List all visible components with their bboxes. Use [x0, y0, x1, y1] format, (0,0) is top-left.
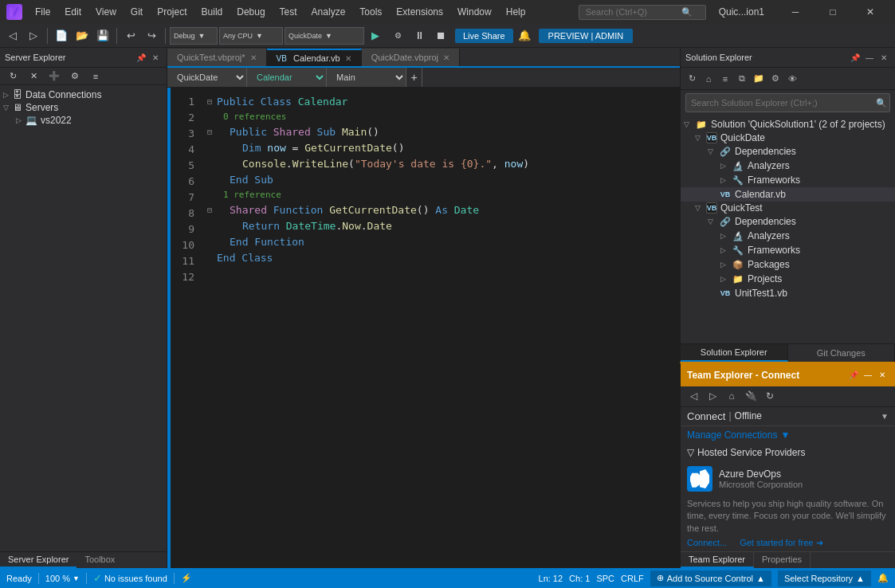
te-tab-properties[interactable]: Properties — [754, 552, 811, 568]
se-extra-button[interactable]: ≡ — [86, 67, 105, 86]
se-search-input[interactable] — [686, 98, 873, 108]
menu-build[interactable]: Build — [195, 4, 230, 20]
debug-config-dropdown[interactable]: Debug ▼ — [170, 27, 218, 45]
notifications-button[interactable]: 🔔 — [515, 26, 534, 45]
te-collapse-button[interactable]: — — [862, 369, 874, 382]
se-tb-view-files[interactable]: 📁 — [751, 71, 767, 87]
solution-explorer-search[interactable]: 🔍 — [685, 93, 890, 112]
fold-1[interactable]: ⊟ — [207, 94, 217, 110]
titlebar-search[interactable]: 🔍 — [579, 5, 706, 20]
namespace-selector[interactable]: QuickDate — [167, 68, 247, 87]
undo-button[interactable]: ↩ — [121, 26, 140, 45]
tab-calendar-close[interactable]: ✕ — [345, 54, 351, 63]
te-get-started-link[interactable]: Get started for free ➜ — [740, 538, 822, 548]
project-dropdown[interactable]: QuickDate ▼ — [285, 27, 364, 45]
te-refresh-button[interactable]: ↻ — [762, 388, 778, 404]
menu-analyze[interactable]: Analyze — [305, 4, 352, 20]
save-all-button[interactable]: 💾 — [93, 26, 112, 45]
te-tab-team-explorer[interactable]: Team Explorer — [681, 552, 754, 568]
se-calendar-vb[interactable]: VB Calendar.vb — [681, 187, 895, 202]
se-properties-button[interactable]: ⚙ — [65, 67, 84, 86]
live-share-button[interactable]: Live Share — [455, 29, 513, 43]
menu-edit[interactable]: Edit — [58, 4, 88, 20]
se-quickdate-deps[interactable]: ▽ 🔗 Dependencies — [681, 144, 895, 159]
tab-git-changes[interactable]: Git Changes — [788, 344, 896, 362]
se-projects[interactable]: ▷ 📁 Projects — [681, 272, 895, 286]
redo-button[interactable]: ↪ — [142, 26, 161, 45]
se-analyzers-2[interactable]: ▷ 🔬 Analyzers — [681, 229, 895, 243]
se-tb-properties[interactable]: ⚙ — [767, 71, 783, 87]
tab-quicktest-vbproj[interactable]: QuickTest.vbproj* ✕ — [167, 49, 267, 66]
se-quicktest-deps[interactable]: ▽ 🔗 Dependencies — [681, 214, 895, 229]
new-file-button[interactable]: 📄 — [52, 26, 71, 45]
status-spc[interactable]: SPC — [596, 574, 614, 583]
se-frameworks-2[interactable]: ▷ 🔧 Frameworks — [681, 243, 895, 257]
te-forward-button[interactable]: ▷ — [705, 388, 720, 404]
menu-test[interactable]: Test — [273, 4, 304, 20]
se-analyzers-1[interactable]: ▷ 🔬 Analyzers — [681, 159, 895, 173]
status-errors[interactable]: ⚡ — [181, 573, 192, 583]
back-button[interactable]: ◁ — [3, 26, 22, 45]
fold-8[interactable]: ⊟ — [207, 202, 217, 218]
maximize-button[interactable]: □ — [815, 0, 851, 24]
te-pin-button[interactable]: 📌 — [847, 369, 860, 382]
se-filter-button[interactable]: ✕ — [24, 67, 43, 86]
menu-tools[interactable]: Tools — [353, 4, 388, 20]
se-pin-button[interactable]: 📌 — [849, 51, 862, 64]
menu-project[interactable]: Project — [151, 4, 193, 20]
tree-vs2022[interactable]: ▷ 💻 vs2022 — [0, 114, 167, 127]
run-options-button[interactable]: ⚙ — [388, 26, 407, 45]
se-add-button[interactable]: ➕ — [45, 67, 64, 86]
fold-3[interactable]: ⊟ — [207, 124, 217, 140]
se-packages[interactable]: ▷ 📦 Packages — [681, 257, 895, 272]
te-back-button[interactable]: ◁ — [685, 388, 701, 404]
se-close-button[interactable]: ✕ — [877, 51, 890, 64]
preview-admin-button[interactable]: PREVIEW | ADMIN — [539, 29, 634, 43]
menu-git[interactable]: Git — [124, 4, 149, 20]
class-selector[interactable]: Calendar — [247, 68, 327, 87]
te-home-button[interactable]: ⌂ — [724, 388, 740, 404]
status-notifications[interactable]: 🔔 — [877, 573, 889, 583]
code-editor[interactable]: ⊟ Public Class Calendar 0 references ⊟ P… — [201, 88, 680, 568]
menu-window[interactable]: Window — [451, 4, 498, 20]
method-selector[interactable]: Main — [327, 68, 406, 87]
tab-solution-explorer[interactable]: Solution Explorer — [681, 344, 788, 362]
select-repository-button[interactable]: Select Repository ▲ — [778, 570, 871, 586]
te-plugin-button[interactable]: 🔌 — [743, 388, 759, 404]
tab-quickdate-vbproj[interactable]: QuickDate.vbproj ✕ — [362, 49, 460, 66]
minimize-button[interactable]: ─ — [777, 0, 814, 24]
tree-data-connections[interactable]: ▷ 🗄 Data Connections — [0, 88, 167, 101]
se-solution-root[interactable]: ▽ 📁 Solution 'QuickSolution1' (2 of 2 pr… — [681, 117, 895, 131]
tab-toolbox[interactable]: Toolbox — [77, 552, 123, 568]
tab-server-explorer[interactable]: Server Explorer — [0, 552, 77, 568]
code-plus-button[interactable]: + — [406, 68, 422, 87]
tab-quickdate-close[interactable]: ✕ — [443, 53, 449, 62]
se-collapse-button[interactable]: — — [863, 51, 876, 64]
se-tb-home[interactable]: ⌂ — [701, 71, 716, 87]
se-quicktest-project[interactable]: ▽ VB QuickTest — [681, 202, 895, 214]
se-tb-preview[interactable]: 👁 — [784, 71, 800, 87]
se-unittest1-vb[interactable]: VB UnitTest1.vb — [681, 286, 895, 300]
tab-calendar-vb[interactable]: VB Calendar.vb ✕ — [267, 49, 362, 66]
breakpoint-button[interactable]: ⏸ — [410, 26, 429, 45]
add-source-control-button[interactable]: ⊕ Add to Source Control ▲ — [650, 570, 771, 586]
se-refresh-button[interactable]: ↻ — [3, 67, 22, 86]
menu-extensions[interactable]: Extensions — [390, 4, 449, 20]
se-tb-refresh[interactable]: ↻ — [684, 71, 700, 87]
se-frameworks-1[interactable]: ▷ 🔧 Frameworks — [681, 173, 895, 187]
tree-servers[interactable]: ▽ 🖥 Servers — [0, 101, 167, 114]
te-connect-dropdown[interactable]: ▼ — [881, 412, 889, 421]
server-explorer-close-button[interactable]: ✕ — [149, 51, 162, 64]
tab-quicktest-close[interactable]: ✕ — [250, 53, 257, 62]
close-button[interactable]: ✕ — [852, 0, 889, 24]
status-crlf[interactable]: CRLF — [621, 574, 644, 583]
menu-file[interactable]: File — [29, 4, 57, 20]
menu-view[interactable]: View — [89, 4, 123, 20]
stop-button[interactable]: ⏹ — [431, 26, 450, 45]
forward-button[interactable]: ▷ — [24, 26, 43, 45]
se-tb-filter[interactable]: ≡ — [717, 71, 733, 87]
titlebar-search-input[interactable] — [586, 7, 681, 17]
menu-help[interactable]: Help — [500, 4, 532, 20]
open-file-button[interactable]: 📂 — [73, 26, 92, 45]
te-manage-connections[interactable]: Manage Connections ▼ — [681, 426, 895, 444]
